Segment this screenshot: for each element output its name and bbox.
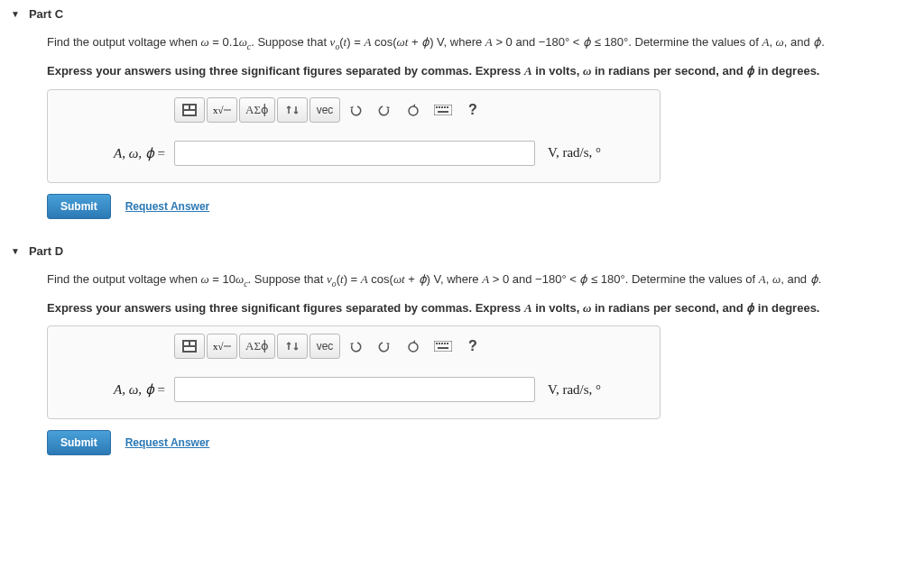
submit-button[interactable]: Submit: [47, 194, 111, 219]
variable-label: A, ω, ϕ =: [59, 381, 165, 398]
svg-rect-25: [444, 343, 446, 344]
redo-button[interactable]: [371, 334, 398, 359]
instruction-text: Express your answers using three signifi…: [47, 299, 913, 317]
reset-button[interactable]: [400, 334, 427, 359]
svg-rect-24: [441, 343, 443, 344]
answer-input[interactable]: [174, 377, 535, 402]
svg-point-20: [409, 343, 418, 352]
subscript-superscript-button[interactable]: [277, 97, 308, 123]
vec-button[interactable]: vec: [310, 334, 340, 359]
instruction-text: Express your answers using three signifi…: [47, 62, 913, 80]
units-label: V, rad/s, °: [544, 382, 601, 398]
request-answer-link[interactable]: Request Answer: [125, 200, 210, 213]
template-button[interactable]: [174, 97, 205, 123]
redo-button[interactable]: [371, 97, 398, 123]
svg-rect-15: [184, 342, 189, 345]
svg-rect-11: [444, 106, 446, 108]
svg-rect-21: [434, 341, 452, 352]
svg-rect-9: [439, 106, 440, 108]
part-title: Part D: [29, 244, 63, 258]
equation-toolbar: x√ ΑΣϕ vec ?: [48, 90, 660, 128]
svg-rect-7: [434, 105, 452, 115]
answer-box: x√ ΑΣϕ vec ? A, ω, ϕ = V, rad/s, °: [47, 89, 661, 183]
greek-button[interactable]: ΑΣϕ: [239, 334, 275, 359]
disclosure-icon[interactable]: ▼: [11, 9, 20, 19]
svg-rect-13: [438, 111, 448, 113]
variable-label: A, ω, ϕ =: [59, 145, 165, 161]
disclosure-icon[interactable]: ▼: [11, 246, 20, 256]
equation-toolbar: x√ ΑΣϕ vec ?: [48, 326, 660, 364]
submit-button[interactable]: Submit: [47, 430, 111, 455]
svg-rect-22: [436, 343, 438, 344]
svg-rect-17: [184, 347, 195, 351]
svg-rect-12: [447, 106, 448, 108]
undo-button[interactable]: [342, 97, 369, 123]
reset-button[interactable]: [400, 97, 427, 123]
svg-rect-23: [439, 343, 440, 344]
prompt-text: Find the output voltage when ω = 0.1ωc. …: [47, 33, 913, 53]
svg-rect-8: [436, 106, 438, 108]
svg-rect-3: [184, 111, 195, 115]
svg-rect-27: [438, 347, 448, 349]
svg-rect-1: [184, 105, 189, 109]
greek-button[interactable]: ΑΣϕ: [239, 97, 275, 123]
svg-text:x√: x√: [213, 105, 225, 115]
help-button[interactable]: ?: [459, 334, 486, 359]
request-answer-link[interactable]: Request Answer: [125, 436, 210, 449]
svg-rect-10: [441, 106, 443, 108]
vec-button[interactable]: vec: [310, 97, 340, 123]
undo-button[interactable]: [342, 334, 369, 359]
svg-rect-16: [190, 342, 195, 345]
help-button[interactable]: ?: [459, 97, 486, 123]
part-block: ▼ Part D Find the output voltage when ω …: [11, 244, 913, 456]
answer-box: x√ ΑΣϕ vec ? A, ω, ϕ = V, rad/s, °: [47, 325, 661, 419]
prompt-text: Find the output voltage when ω = 10ωc. S…: [47, 270, 913, 290]
answer-input[interactable]: [174, 141, 535, 166]
svg-rect-26: [447, 343, 448, 344]
part-block: ▼ Part C Find the output voltage when ω …: [11, 7, 913, 219]
radical-fraction-button[interactable]: x√: [207, 97, 237, 123]
part-title: Part C: [29, 7, 63, 21]
keyboard-button[interactable]: [429, 334, 457, 359]
units-label: V, rad/s, °: [544, 145, 601, 160]
svg-rect-2: [190, 105, 195, 109]
template-button[interactable]: [174, 334, 205, 359]
svg-text:x√: x√: [213, 341, 225, 352]
keyboard-button[interactable]: [429, 97, 457, 123]
svg-point-6: [409, 106, 418, 115]
radical-fraction-button[interactable]: x√: [207, 334, 237, 359]
subscript-superscript-button[interactable]: [277, 334, 308, 359]
